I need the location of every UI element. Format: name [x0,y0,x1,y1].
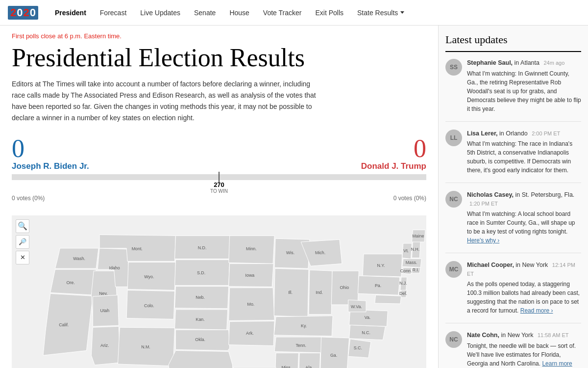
svg-marker-76 [402,259,421,267]
update-link[interactable]: Read more › [520,307,553,314]
update-time: 11:58 AM ET [538,332,569,338]
logo-2-left: 2 [10,7,16,18]
update-content: Michael Cooper, in New York 12:14 PM ET … [467,261,581,315]
nav-link-live-updates[interactable]: Live Updates [133,9,187,17]
svg-marker-24 [174,260,229,285]
nav-link-vote-tracker[interactable]: Vote Tracker [256,9,309,17]
avatar: NC [445,191,462,208]
logo-0-right: 0 [30,7,36,18]
update-text: What I'm watching: The race in Indiana's… [467,139,581,175]
svg-marker-74 [412,230,425,242]
svg-marker-78 [402,267,412,274]
svg-marker-22 [174,236,231,259]
svg-marker-33 [229,236,274,263]
update-text: What I'm watching: In Gwinnett County, G… [467,69,581,113]
update-text: What I'm watching: A local school board … [467,210,581,245]
update-item: LL Lisa Lerer, in Orlando 2:00 PM ET Wha… [445,130,581,184]
svg-marker-70 [402,243,412,259]
svg-marker-20 [118,327,174,366]
to-win-label: TO WIN [210,188,228,194]
svg-marker-18 [91,326,120,365]
svg-marker-2 [50,269,96,295]
svg-marker-72 [412,240,420,258]
nav-link-state-results[interactable]: State Results [350,9,411,17]
trump-ev-count: 0 [361,136,426,161]
avatar: MC [445,261,462,278]
description-text: Editors at The Times will take into acco… [12,79,325,124]
svg-marker-54 [275,353,298,368]
update-time: 1:20 PM ET [469,201,498,207]
update-author: Nicholas Casey, in St. Petersburg, Fla. [467,191,574,198]
update-time: 24m ago [543,60,564,66]
update-author: Stephanie Saul, in Atlanta [467,59,539,66]
svg-marker-42 [274,268,309,316]
navigation: 2 0 2 0 President Forecast Live Updates … [0,0,588,26]
avatar: NC [445,331,462,348]
svg-marker-68 [363,254,402,276]
svg-marker-4 [43,293,93,355]
update-link[interactable]: Here's why › [467,237,499,244]
svg-marker-60 [349,325,386,340]
svg-marker-64 [348,300,366,312]
svg-marker-14 [93,295,119,326]
svg-marker-37 [229,288,274,320]
nav-link-house[interactable]: House [222,9,256,17]
update-link[interactable]: Learn more about the needle › [467,360,572,368]
svg-marker-35 [229,263,273,287]
main-content: First polls close at 6 p.m. Eastern time… [0,26,439,368]
nav-link-senate[interactable]: Senate [187,9,222,17]
nav-link-exit-polls[interactable]: Exit Polls [308,9,350,17]
update-author: Nate Cohn, in New York [467,332,533,339]
svg-marker-44 [309,270,332,315]
electoral-progress-bar: 270 TO WIN 0 votes (0%) 0 votes (0%) [12,174,426,202]
map-controls: 🔍 🔎 ✕ [16,219,29,264]
svg-marker-82 [400,277,407,290]
svg-marker-48 [331,271,359,305]
update-item: NC Nate Cohn, in New York 11:58 AM ET To… [445,331,581,368]
avatar: SS [445,59,462,76]
reset-zoom-button[interactable]: ✕ [16,251,29,264]
close-icon: ✕ [20,254,25,261]
zoom-in-button[interactable]: 🔍 [16,219,29,233]
svg-marker-0 [55,248,99,268]
page-title: Presidential Election Results [12,44,426,72]
nav-logo[interactable]: 2 0 2 0 [8,6,38,20]
avatar: LL [445,130,462,146]
logo-2-right: 2 [24,7,29,18]
update-author: Michael Cooper, in New York [467,262,548,268]
update-author: Lisa Lerer, in Orlando [467,130,528,137]
magnify-minus-icon: 🔎 [19,238,26,245]
update-content: Stephanie Saul, in Atlanta 24m ago What … [467,59,581,113]
svg-marker-56 [320,337,349,368]
trump-votes-text: 0 votes (0%) [393,195,426,202]
nav-link-president[interactable]: President [48,9,93,17]
update-time: 2:00 PM ET [532,131,560,136]
logo-0-left: 0 [17,7,23,18]
chevron-down-icon [400,11,404,14]
biden-ev-count: 0 [12,136,89,161]
update-content: Nicholas Casey, in St. Petersburg, Fla. … [467,191,581,245]
sidebar: Latest updates SS Stephanie Saul, in Atl… [439,26,588,368]
update-item: SS Stephanie Saul, in Atlanta 24m ago Wh… [445,59,581,122]
biden-name: Joseph R. Biden Jr. [12,161,89,171]
update-content: Nate Cohn, in New York 11:58 AM ET Tonig… [467,331,581,368]
trump-name: Donald J. Trump [361,161,426,171]
svg-marker-58 [348,339,371,357]
zoom-out-button[interactable]: 🔎 [16,235,29,249]
svg-marker-26 [174,286,228,308]
to-win-number: 270 [210,181,228,188]
sidebar-title: Latest updates [445,33,581,52]
svg-marker-80 [412,267,420,273]
update-item: NC Nicholas Casey, in St. Petersburg, Fl… [445,191,581,253]
svg-marker-55 [298,353,320,368]
svg-marker-39 [229,321,274,345]
nav-link-forecast[interactable]: Forecast [93,9,133,17]
update-text: Tonight, the needle will be back — sort … [467,342,581,368]
svg-marker-86 [375,295,401,304]
biden-votes-text: 0 votes (0%) [12,195,45,202]
magnify-plus-icon: 🔍 [18,221,27,231]
svg-marker-16 [126,290,174,319]
alert-banner: First polls close at 6 p.m. Eastern time… [12,32,426,40]
update-text: As the polls opened today, a staggering … [467,280,581,315]
svg-marker-12 [127,262,175,290]
